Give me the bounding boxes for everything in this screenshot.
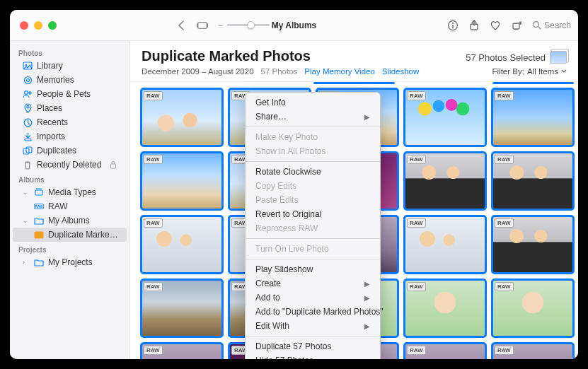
raw-badge: RAW xyxy=(144,91,163,100)
submenu-arrow-icon: ▶ xyxy=(364,322,370,330)
sidebar-item-my-projects[interactable]: ›My Projects xyxy=(13,255,127,269)
date-range: December 2009 – August 2020 xyxy=(142,67,254,76)
close-window-button[interactable] xyxy=(20,21,28,30)
photo-thumbnail[interactable]: RAW xyxy=(142,153,222,209)
svg-point-13 xyxy=(26,78,29,81)
photo-thumbnail[interactable]: RAW xyxy=(405,153,485,209)
svg-point-12 xyxy=(24,76,31,83)
svg-point-8 xyxy=(533,22,538,28)
svg-rect-21 xyxy=(111,164,116,168)
svg-point-15 xyxy=(29,92,31,94)
svg-rect-7 xyxy=(513,23,519,29)
raw-badge: RAW xyxy=(144,282,163,291)
photo-thumbnail[interactable]: RAW xyxy=(405,344,485,359)
raw-badge: RAW xyxy=(495,155,514,164)
sidebar-section-albums: Albums xyxy=(10,172,129,185)
search-field[interactable]: Search xyxy=(532,20,571,30)
photo-thumbnail[interactable]: RAW xyxy=(405,216,485,273)
submenu-arrow-icon: ▶ xyxy=(364,294,370,302)
people-icon xyxy=(23,89,33,99)
sidebar-item-recently-deleted[interactable]: Recently Deleted xyxy=(13,158,127,172)
sidebar-item-media-types[interactable]: ⌄Media Types xyxy=(13,185,127,199)
photo-count: 57 Photos xyxy=(261,67,298,76)
sidebar-item-imports[interactable]: Imports xyxy=(13,129,127,144)
subheader: December 2009 – August 2020 57 Photos Pl… xyxy=(130,64,578,82)
folder-icon xyxy=(34,257,44,267)
sidebar-item-library[interactable]: Library xyxy=(13,59,127,73)
menu-item[interactable]: Get Info xyxy=(246,95,380,110)
menu-item[interactable]: Create▶ xyxy=(246,276,380,291)
photo-thumbnail[interactable]: RAW xyxy=(405,280,485,336)
back-button[interactable] xyxy=(175,20,187,31)
svg-rect-5 xyxy=(452,25,453,28)
info-icon[interactable] xyxy=(447,20,459,31)
raw-badge: RAW xyxy=(407,91,426,100)
photo-thumbnail[interactable]: RAW xyxy=(142,89,222,146)
raw-badge: RAW xyxy=(144,218,163,228)
menu-item[interactable]: Revert to Original xyxy=(246,207,380,221)
svg-rect-0 xyxy=(198,22,207,28)
sidebar-item-memories[interactable]: Memories xyxy=(13,73,127,87)
menu-item[interactable]: Add to "Duplicate Marked Photos" xyxy=(246,305,380,319)
menu-item[interactable]: Share…▶ xyxy=(246,110,380,124)
photo-thumbnail[interactable]: RAW xyxy=(492,153,573,209)
menu-item[interactable]: Rotate Clockwise xyxy=(246,165,380,179)
window-controls xyxy=(17,21,57,30)
photo-thumbnail[interactable]: RAW xyxy=(492,89,573,146)
rotate-icon[interactable] xyxy=(511,20,522,31)
search-icon xyxy=(532,20,541,30)
svg-point-14 xyxy=(25,91,28,95)
selection-thumb-icon xyxy=(550,51,567,64)
photo-thumbnail[interactable]: RAW xyxy=(492,344,573,359)
raw-badge: RAW xyxy=(144,155,163,164)
raw-badge: RAW xyxy=(495,91,514,100)
menu-item[interactable]: Play Slideshow xyxy=(246,262,380,276)
menu-item[interactable]: Hide 57 Photos xyxy=(246,353,380,359)
sidebar-item-duplicates[interactable]: Duplicates xyxy=(13,144,127,158)
recents-icon xyxy=(23,117,33,127)
stack-icon xyxy=(34,187,44,197)
svg-rect-2 xyxy=(207,23,208,27)
selection-count: 57 Photos Selected xyxy=(466,51,567,64)
filter-dropdown[interactable]: Filter By: All Items xyxy=(492,67,567,76)
sidebar: Photos Library Memories People & Pets Pl… xyxy=(10,41,130,359)
sidebar-item-my-albums[interactable]: ⌄My Albums xyxy=(13,213,127,228)
menu-item: Turn On Live Photo xyxy=(246,242,380,256)
photo-thumbnail[interactable]: RAW xyxy=(142,216,222,273)
menu-item[interactable]: Edit With▶ xyxy=(246,319,380,333)
raw-badge: RAW xyxy=(495,218,514,228)
fullscreen-window-button[interactable] xyxy=(48,21,57,30)
minimize-window-button[interactable] xyxy=(34,21,42,30)
share-icon[interactable] xyxy=(468,20,480,31)
sidebar-item-duplicate-marked-photos[interactable]: Duplicate Marked Photos xyxy=(13,228,127,242)
svg-text:RAW: RAW xyxy=(35,205,43,209)
sidebar-item-recents[interactable]: Recents xyxy=(13,115,127,129)
photo-thumbnail[interactable]: RAW xyxy=(142,280,222,336)
raw-badge: RAW xyxy=(495,282,514,291)
view-mode-icon[interactable] xyxy=(197,20,208,31)
places-icon xyxy=(23,103,33,113)
sidebar-item-places[interactable]: Places xyxy=(13,101,127,115)
play-memory-link[interactable]: Play Memory Video xyxy=(304,67,375,76)
svg-point-4 xyxy=(452,23,454,24)
menu-item[interactable]: Add to▶ xyxy=(246,291,380,305)
favorite-icon[interactable] xyxy=(490,20,501,31)
app-window: − + My Albums Search Photos Library Memo… xyxy=(10,10,578,359)
chevron-down-icon: ⌄ xyxy=(23,217,30,224)
zoom-slider[interactable]: − + xyxy=(218,20,279,30)
photo-thumbnail[interactable]: RAW xyxy=(142,344,222,359)
raw-badge: RAW xyxy=(144,346,163,355)
raw-badge: RAW xyxy=(407,218,426,228)
sidebar-item-raw[interactable]: RAWRAW xyxy=(13,199,127,213)
library-icon xyxy=(23,61,33,71)
svg-rect-22 xyxy=(35,190,42,195)
duplicates-icon xyxy=(23,146,33,156)
photo-thumbnail[interactable]: RAW xyxy=(492,216,573,273)
photo-thumbnail[interactable]: RAW xyxy=(405,89,485,146)
photo-thumbnail[interactable]: RAW xyxy=(492,280,573,336)
svg-point-11 xyxy=(25,64,28,66)
sidebar-item-people[interactable]: People & Pets xyxy=(13,87,127,101)
slideshow-link[interactable]: Slideshow xyxy=(382,67,419,76)
menu-item[interactable]: Duplicate 57 Photos xyxy=(246,339,380,353)
memories-icon xyxy=(23,75,33,85)
